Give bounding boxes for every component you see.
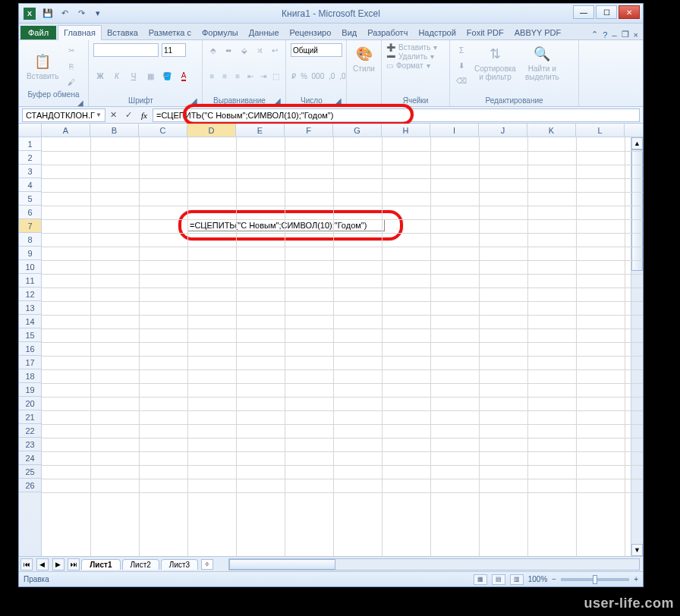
italic-icon[interactable]: К [110, 69, 124, 83]
sheet-nav-last-icon[interactable]: ⏭ [68, 558, 80, 570]
col-header-K[interactable]: K [527, 124, 576, 137]
tab-data[interactable]: Данные [244, 26, 285, 39]
merge-icon[interactable]: ⬚ [271, 69, 281, 83]
font-launcher-icon[interactable]: ◢ [191, 96, 197, 105]
row-header-18[interactable]: 18 [19, 369, 41, 383]
view-page-break-icon[interactable]: ▥ [510, 574, 524, 585]
comma-icon[interactable]: 000 [311, 69, 325, 83]
cells-delete-button[interactable]: ➖Удалить▾ [386, 52, 445, 61]
row-header-20[interactable]: 20 [19, 397, 41, 410]
name-box[interactable]: СТАНДОТКЛОН.Г ▼ [22, 108, 105, 122]
row-header-7[interactable]: 7 [19, 219, 41, 233]
hscroll-thumb[interactable] [229, 559, 335, 570]
help-icon[interactable]: ? [603, 30, 607, 39]
number-launcher-icon[interactable]: ◢ [335, 96, 342, 105]
wrap-text-icon[interactable]: ↩ [269, 43, 281, 57]
cancel-formula-icon[interactable]: ✕ [105, 110, 121, 120]
zoom-level[interactable]: 100% [528, 575, 548, 583]
tab-view[interactable]: Вид [336, 26, 362, 39]
ribbon-minimize-icon[interactable]: ⌃ [591, 30, 598, 39]
view-normal-icon[interactable]: ▦ [474, 574, 487, 585]
zoom-in-icon[interactable]: + [634, 575, 638, 583]
select-all-corner[interactable] [19, 124, 42, 137]
zoom-slider[interactable] [561, 578, 629, 581]
align-center-icon[interactable]: ≡ [220, 69, 230, 83]
styles-button[interactable]: 🎨 Стили [351, 43, 376, 74]
sort-filter-button[interactable]: ⇅ Сортировка и фильтр [471, 43, 519, 83]
row-header-25[interactable]: 25 [19, 465, 41, 479]
percent-icon[interactable]: % [300, 69, 308, 83]
col-header-L[interactable]: L [576, 124, 625, 137]
row-header-12[interactable]: 12 [19, 288, 41, 301]
row-header-5[interactable]: 5 [19, 192, 41, 206]
align-top-icon[interactable]: ⬘ [207, 43, 219, 57]
cells-format-button[interactable]: ▭Формат▾ [386, 61, 445, 70]
align-middle-icon[interactable]: ⬌ [222, 43, 235, 57]
sheet-nav-next-icon[interactable]: ▶ [52, 558, 65, 570]
align-right-icon[interactable]: ≡ [233, 69, 243, 83]
font-color-icon[interactable]: А [177, 69, 190, 83]
tab-addins[interactable]: Надстрой [413, 26, 461, 39]
new-sheet-icon[interactable]: ✧ [201, 559, 213, 570]
tab-developer[interactable]: Разработч [362, 26, 413, 39]
number-format-combo[interactable] [291, 43, 342, 57]
tab-review[interactable]: Рецензиро [285, 26, 337, 39]
paste-button[interactable]: 📋 Вставить [24, 51, 61, 82]
orientation-icon[interactable]: ⤭ [253, 43, 266, 57]
row-header-10[interactable]: 10 [19, 260, 41, 274]
namebox-dropdown-icon[interactable]: ▼ [96, 112, 102, 118]
row-header-19[interactable]: 19 [19, 383, 41, 397]
format-painter-icon[interactable]: 🖌 [65, 75, 78, 89]
fill-icon[interactable]: ⬇ [455, 58, 468, 72]
doc-restore-icon[interactable]: ❐ [622, 30, 629, 39]
row-header-15[interactable]: 15 [19, 328, 41, 342]
col-header-H[interactable]: H [382, 124, 430, 137]
row-header-11[interactable]: 11 [19, 274, 41, 288]
clear-icon[interactable]: ⌫ [455, 74, 468, 87]
col-header-G[interactable]: G [333, 124, 382, 137]
scroll-down-icon[interactable]: ▼ [631, 544, 643, 556]
font-name-combo[interactable] [93, 43, 159, 57]
indent-inc-icon[interactable]: ⇥ [258, 69, 268, 83]
underline-icon[interactable]: Ч [127, 69, 140, 83]
zoom-thumb[interactable] [593, 575, 597, 584]
tab-abbyy[interactable]: ABBYY PDF [509, 26, 567, 39]
row-header-17[interactable]: 17 [19, 356, 41, 369]
row-header-22[interactable]: 22 [19, 424, 41, 438]
row-header-23[interactable]: 23 [19, 438, 41, 451]
formula-input[interactable]: =СЦЕПИТЬ("С Новым";СИМВОЛ(10);"Годом") [153, 108, 640, 122]
inc-decimal-icon[interactable]: ,0 [328, 69, 335, 83]
cut-icon[interactable]: ✂ [65, 43, 78, 57]
autosum-icon[interactable]: Σ [455, 43, 468, 57]
row-header-24[interactable]: 24 [19, 451, 41, 465]
vscroll-thumb[interactable] [631, 149, 643, 271]
minimize-button[interactable]: — [573, 5, 594, 19]
col-header-B[interactable]: B [90, 124, 139, 137]
align-left-icon[interactable]: ≡ [207, 69, 217, 83]
sheet-nav-prev-icon[interactable]: ◀ [36, 558, 49, 570]
col-header-C[interactable]: C [139, 124, 187, 137]
border-icon[interactable]: ▦ [143, 69, 157, 83]
maximize-button[interactable]: ☐ [596, 5, 617, 19]
sheet-nav-first-icon[interactable]: ⏮ [20, 558, 33, 570]
col-header-A[interactable]: A [42, 124, 90, 137]
fx-icon[interactable]: fx [136, 111, 153, 120]
find-select-button[interactable]: 🔍 Найти и выделить [522, 43, 562, 83]
tab-insert[interactable]: Вставка [102, 26, 143, 39]
view-page-layout-icon[interactable]: ▤ [492, 574, 505, 585]
alignment-launcher-icon[interactable]: ◢ [275, 96, 281, 105]
fill-color-icon[interactable]: 🪣 [160, 69, 174, 83]
dec-decimal-icon[interactable]: ,0 [338, 69, 346, 83]
active-cell-editor[interactable]: =СЦЕПИТЬ("С Новым";СИМВОЛ(10);"Годом") [187, 219, 385, 231]
font-size-combo[interactable] [162, 43, 186, 57]
close-button[interactable]: ✕ [619, 5, 640, 19]
col-header-E[interactable]: E [236, 124, 285, 137]
tab-home[interactable]: Главная [58, 25, 102, 40]
vertical-scrollbar[interactable]: ▲ ▼ [631, 137, 643, 556]
row-header-13[interactable]: 13 [19, 301, 41, 315]
row-header-26[interactable]: 26 [19, 479, 41, 492]
clipboard-launcher-icon[interactable]: ◢ [77, 99, 83, 107]
row-header-1[interactable]: 1 [19, 137, 41, 151]
cells-insert-button[interactable]: ➕Вставить▾ [386, 43, 445, 52]
row-header-21[interactable]: 21 [19, 410, 41, 424]
